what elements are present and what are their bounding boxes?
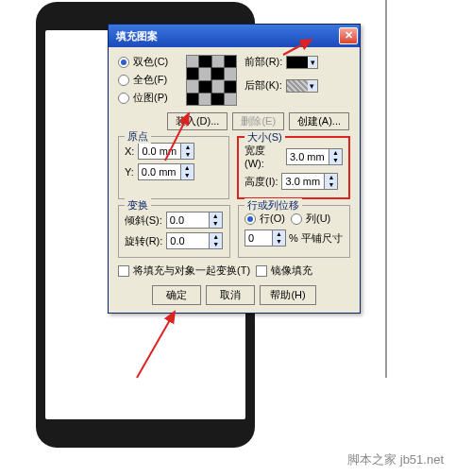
chevron-down-icon: ▾ — [308, 58, 317, 67]
titlebar[interactable]: 填充图案 ✕ — [109, 25, 360, 47]
radio-row[interactable] — [244, 213, 256, 225]
transform-group: 变换 倾斜(S):▲▼ 旋转(R):▲▼ — [118, 205, 230, 258]
back-color-picker[interactable]: ▾ — [286, 79, 318, 93]
offset-legend: 行或列位移 — [244, 198, 302, 212]
create-button[interactable]: 创建(A)... — [289, 112, 349, 130]
x-input[interactable] — [139, 144, 180, 159]
back-label: 后部(K): — [244, 78, 282, 93]
with-fill-label: 将填充与对象一起变换(T) — [133, 264, 250, 278]
rotate-spinner[interactable]: ▲▼ — [166, 232, 223, 249]
width-spinner[interactable]: ▲▼ — [286, 148, 343, 165]
down-icon[interactable]: ▼ — [329, 157, 342, 164]
up-icon[interactable]: ▲ — [329, 149, 342, 157]
origin-legend: 原点 — [125, 129, 151, 144]
down-icon[interactable]: ▼ — [324, 181, 337, 189]
radio-bitmap-label: 位图(P) — [133, 91, 168, 105]
up-icon[interactable]: ▲ — [209, 233, 222, 241]
radio-col[interactable] — [291, 213, 302, 225]
y-label: Y: — [125, 166, 134, 178]
rotate-label: 旋转(R): — [125, 234, 162, 248]
rotate-input[interactable] — [167, 233, 209, 248]
down-icon[interactable]: ▼ — [209, 220, 222, 228]
delete-button: 删除(E) — [232, 112, 284, 130]
page-separator — [385, 0, 387, 378]
origin-group: 原点 X:▲▼ Y:▲▼ — [118, 136, 229, 199]
width-label: 宽度(W): — [244, 144, 282, 169]
cancel-button[interactable]: 取消 — [206, 285, 255, 305]
help-button[interactable]: 帮助(H) — [260, 285, 315, 305]
down-icon[interactable]: ▼ — [180, 151, 194, 159]
skew-spinner[interactable]: ▲▼ — [166, 212, 223, 229]
down-icon[interactable]: ▼ — [180, 172, 194, 179]
back-swatch — [287, 80, 308, 92]
mirror-checkbox[interactable] — [256, 265, 267, 277]
y-spinner[interactable]: ▲▼ — [138, 163, 194, 180]
dialog-title: 填充图案 — [116, 29, 158, 43]
radio-bitmap[interactable] — [118, 93, 129, 104]
skew-input[interactable] — [167, 212, 209, 228]
offset-unit-label: % 平铺尺寸 — [289, 231, 343, 246]
up-icon[interactable]: ▲ — [180, 144, 194, 151]
front-label: 前部(R): — [244, 55, 282, 69]
down-icon[interactable]: ▼ — [209, 241, 222, 248]
height-label: 高度(I): — [244, 175, 278, 189]
width-input[interactable] — [287, 149, 329, 164]
offset-input[interactable] — [245, 230, 272, 246]
with-fill-checkbox[interactable] — [118, 265, 129, 277]
size-legend: 大小(S) — [244, 130, 285, 144]
radio-full-color[interactable] — [118, 75, 129, 86]
size-group: 大小(S) 宽度(W):▲▼ 高度(I):▲▼ — [237, 136, 350, 199]
mirror-label: 镜像填充 — [271, 264, 312, 278]
radio-two-color-label: 双色(C) — [133, 55, 168, 69]
ok-button[interactable]: 确定 — [152, 285, 201, 305]
radio-full-color-label: 全色(F) — [133, 73, 167, 87]
transform-legend: 变换 — [125, 198, 151, 212]
watermark: 脚本之家 jb51.net — [347, 451, 444, 468]
offset-group: 行或列位移 行(O) 列(U) ▲▼ % 平铺尺寸 — [238, 205, 350, 258]
up-icon[interactable]: ▲ — [324, 174, 337, 181]
up-icon[interactable]: ▲ — [209, 212, 222, 220]
x-label: X: — [125, 145, 134, 157]
radio-row-label: 行(O) — [260, 212, 285, 226]
front-swatch — [287, 57, 308, 68]
offset-spinner[interactable]: ▲▼ — [244, 230, 286, 246]
load-button[interactable]: 装入(D)... — [167, 112, 228, 130]
radio-col-label: 列(U) — [306, 212, 330, 226]
skew-label: 倾斜(S): — [125, 213, 162, 228]
height-input[interactable] — [282, 174, 324, 189]
chevron-down-icon: ▾ — [308, 81, 317, 91]
up-icon[interactable]: ▲ — [272, 230, 285, 238]
x-spinner[interactable]: ▲▼ — [138, 143, 194, 160]
fill-pattern-dialog: 填充图案 ✕ 双色(C) 全色(F) 位图(P) 前部(R): ▾ 后部(K):… — [108, 24, 361, 314]
up-icon[interactable]: ▲ — [180, 164, 194, 172]
radio-two-color[interactable] — [118, 57, 129, 68]
close-button[interactable]: ✕ — [339, 27, 358, 44]
front-color-picker[interactable]: ▾ — [286, 56, 318, 69]
y-input[interactable] — [139, 164, 180, 179]
down-icon[interactable]: ▼ — [272, 238, 285, 246]
pattern-preview[interactable] — [186, 55, 237, 106]
height-spinner[interactable]: ▲▼ — [281, 173, 338, 190]
